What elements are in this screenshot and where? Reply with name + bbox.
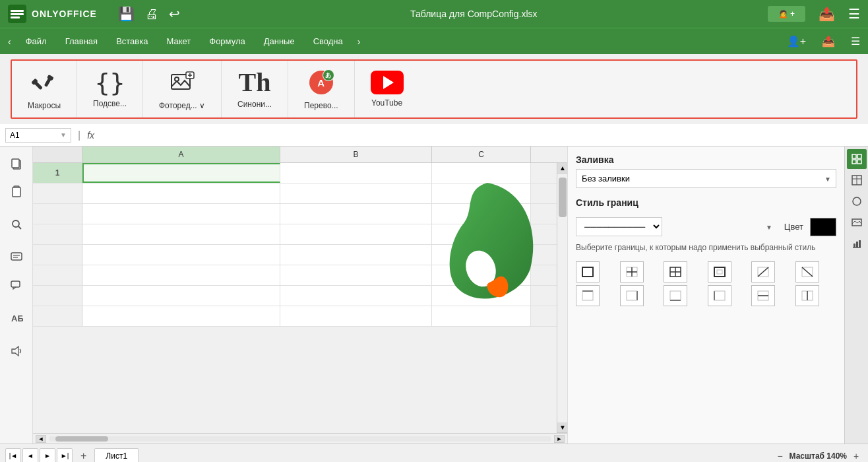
menu-home[interactable]: Главная xyxy=(56,32,107,50)
plugin-photoeditor[interactable]: Фоторед... ∨ xyxy=(143,61,222,117)
sheet-prev-btn[interactable]: ◄ xyxy=(22,448,38,463)
cell[interactable] xyxy=(82,183,280,203)
cell[interactable] xyxy=(82,245,280,265)
cell[interactable] xyxy=(82,265,280,285)
border-style-select[interactable]: ────────── - - - - - - ········· xyxy=(576,217,662,236)
border-btn-h-inner[interactable] xyxy=(751,285,775,306)
fill-select[interactable]: Без заливки xyxy=(576,169,836,188)
menu-pivot[interactable]: Своднa xyxy=(304,32,352,50)
plugin-macros[interactable]: Макросы xyxy=(12,61,77,117)
svg-rect-34 xyxy=(717,270,722,274)
cell[interactable] xyxy=(82,224,280,244)
paste-icon[interactable] xyxy=(5,180,28,203)
cell[interactable] xyxy=(280,183,432,203)
hscroll-right-arrow[interactable]: ► xyxy=(554,435,565,443)
menu-right-actions: 👤+ 📤 ☰ xyxy=(782,32,865,50)
chart-icon[interactable] xyxy=(847,234,867,253)
zoom-minus-btn[interactable]: − xyxy=(774,449,787,463)
menu-layout[interactable]: Макет xyxy=(157,32,200,50)
sheet-first-btn[interactable]: |◄ xyxy=(5,448,21,463)
table-icon[interactable] xyxy=(847,170,867,190)
zoom-plus-btn[interactable]: + xyxy=(850,449,863,463)
formula-input[interactable] xyxy=(97,130,863,140)
col-header-a[interactable]: A xyxy=(82,147,280,162)
sheet-last-btn[interactable]: ►| xyxy=(57,448,73,463)
border-btn-inner-h[interactable] xyxy=(620,261,644,282)
embedded-image[interactable] xyxy=(438,176,537,308)
svg-rect-54 xyxy=(857,160,861,164)
menu-back-arrow[interactable]: ‹ xyxy=(3,36,16,47)
cell[interactable] xyxy=(280,245,432,265)
scroll-down-arrow[interactable]: ▼ xyxy=(557,422,567,433)
cell[interactable] xyxy=(280,306,432,326)
speaker-icon[interactable] xyxy=(5,339,28,363)
menu-data[interactable]: Данные xyxy=(255,32,304,50)
color-picker[interactable] xyxy=(810,218,836,236)
svg-rect-40 xyxy=(582,291,593,300)
more-icon[interactable]: ☰ xyxy=(846,32,865,50)
user-button[interactable]: 🙍 + xyxy=(768,6,805,22)
menu-file[interactable]: Файл xyxy=(16,32,56,50)
col-header-c[interactable]: C xyxy=(432,147,531,162)
horizontal-scrollbar[interactable]: ◄ ► xyxy=(33,433,567,444)
col-header-b[interactable]: B xyxy=(280,147,432,162)
vertical-scrollbar[interactable]: ▲ ▼ xyxy=(557,163,567,433)
cell[interactable] xyxy=(82,306,280,326)
border-btn-outer[interactable] xyxy=(576,261,600,282)
svg-rect-14 xyxy=(12,159,19,168)
cell[interactable] xyxy=(432,306,531,326)
scroll-up-arrow[interactable]: ▲ xyxy=(557,163,567,174)
tools-icon xyxy=(30,68,59,97)
cell-reference[interactable]: A1 ▼ xyxy=(5,128,71,143)
menu-forward-arrow[interactable]: › xyxy=(352,36,366,47)
border-btn-all[interactable] xyxy=(664,261,687,282)
cell[interactable] xyxy=(280,204,432,224)
copy-icon[interactable] xyxy=(5,152,28,176)
hscroll-left-arrow[interactable]: ◄ xyxy=(36,435,46,443)
export-icon[interactable]: 📤 xyxy=(819,6,835,22)
hamburger-icon[interactable]: ☰ xyxy=(848,6,860,22)
hscroll-thumb[interactable] xyxy=(55,436,108,442)
border-btn-diag2[interactable] xyxy=(795,261,819,282)
cell-settings-icon[interactable] xyxy=(847,149,867,169)
comment-icon[interactable] xyxy=(5,246,28,269)
cell-b1[interactable] xyxy=(280,163,432,183)
sheet-next-btn[interactable]: ► xyxy=(40,448,55,463)
fill-section: Заливка Без заливки xyxy=(576,154,836,188)
border-btn-top[interactable] xyxy=(576,285,600,306)
cell[interactable] xyxy=(82,286,280,306)
sheet-tab-1[interactable]: Лист1 xyxy=(94,448,139,462)
scroll-thumb[interactable] xyxy=(559,178,567,217)
border-btn-right[interactable] xyxy=(620,285,644,306)
cell[interactable] xyxy=(280,265,432,285)
shape-icon[interactable] xyxy=(847,191,867,211)
chat-icon[interactable] xyxy=(5,273,28,297)
border-btn-outer2[interactable] xyxy=(708,261,731,282)
add-sheet-button[interactable]: + xyxy=(75,447,92,463)
cell[interactable] xyxy=(82,204,280,224)
fill-select-wrapper: Без заливки xyxy=(576,169,836,188)
plugin-youtube[interactable]: YouTube xyxy=(355,61,419,117)
share-icon[interactable]: 📤 xyxy=(817,32,840,50)
undo-icon[interactable]: ↩ xyxy=(169,6,180,22)
menu-formula[interactable]: Формула xyxy=(200,32,254,50)
border-btn-left[interactable] xyxy=(708,285,731,306)
border-btn-diag1[interactable] xyxy=(751,261,775,282)
cell-a1[interactable] xyxy=(82,163,280,183)
plugin-translate[interactable]: A あ Перево... xyxy=(288,61,355,117)
print-icon[interactable]: 🖨 xyxy=(145,7,158,22)
plugin-highlight[interactable]: {} Подсве... xyxy=(77,61,143,117)
cell[interactable] xyxy=(280,286,432,306)
save-icon[interactable]: 💾 xyxy=(118,6,135,22)
text-art-icon[interactable]: АБВ xyxy=(5,306,28,330)
border-btn-v-inner[interactable] xyxy=(795,285,819,306)
image-icon[interactable] xyxy=(847,213,867,232)
add-user-icon[interactable]: 👤+ xyxy=(782,32,811,50)
menu-insert[interactable]: Вставка xyxy=(107,32,157,50)
border-btn-bottom[interactable] xyxy=(664,285,687,306)
cell[interactable] xyxy=(280,224,432,244)
search-icon[interactable] xyxy=(5,213,28,236)
right-icon-panel xyxy=(844,147,868,444)
svg-rect-51 xyxy=(852,154,856,158)
plugin-synonyms[interactable]: Th Синони... xyxy=(222,61,288,117)
